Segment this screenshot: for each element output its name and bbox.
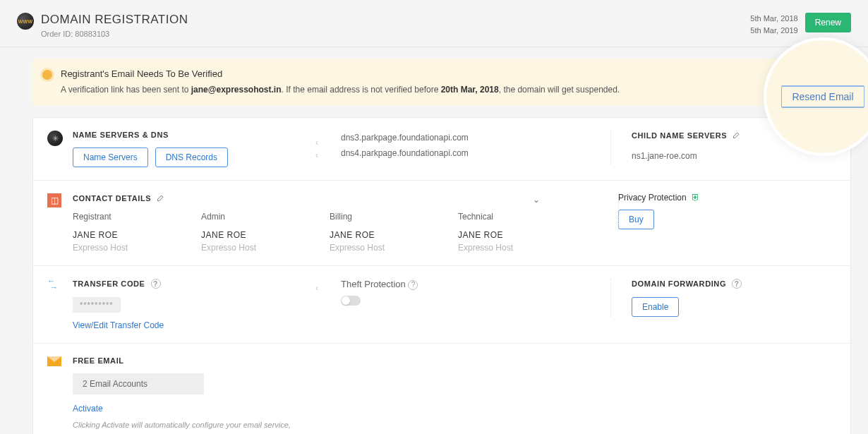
alert-deadline: 20th Mar, 2018: [441, 85, 499, 95]
section-contacts: ◫ CONTACT DETAILS ⌄ Registrant JANE ROE …: [33, 181, 850, 266]
ns-right: CHILD NAME SERVERS ns1.jane-roe.com: [610, 131, 836, 164]
section-nameservers: ✳ NAME SERVERS & DNS Name Servers DNS Re…: [33, 118, 850, 181]
caret-icon: ‹: [315, 138, 318, 147]
ns-value-1: dns3.parkpage.foundationapi.com: [341, 131, 610, 146]
section-free-email: FREE EMAIL 2 Email Accounts Activate Cli…: [33, 344, 850, 434]
page-title: DOMAIN REGISTRATION: [41, 13, 188, 27]
free-email-title: FREE EMAIL: [73, 356, 836, 365]
alert-body: A verification link has been sent to jan…: [61, 83, 689, 96]
page-header: WWW DOMAIN REGISTRATION Order ID: 808831…: [0, 13, 868, 47]
child-ns-title: CHILD NAME SERVERS: [632, 131, 836, 140]
mail-icon: [47, 356, 63, 372]
ns-value-2: dns4.parkpage.foundationapi.com: [341, 146, 610, 162]
activate-link[interactable]: Activate: [73, 404, 103, 414]
name-servers-button[interactable]: Name Servers: [73, 147, 148, 167]
transfer-right: DOMAIN FORWARDING ? Enable: [610, 279, 836, 317]
view-edit-transfer-link[interactable]: View/Edit Transfer Code: [73, 320, 164, 330]
page-root: WWW DOMAIN REGISTRATION Order ID: 808831…: [0, 0, 868, 434]
help-icon[interactable]: ?: [151, 279, 161, 289]
alert-body-post: , the domain will get suspended.: [499, 85, 620, 95]
verify-email-alert: Registrant's Email Needs To Be Verified …: [32, 59, 851, 106]
contact-icon: ◫: [47, 193, 63, 209]
order-id-value: 80883103: [75, 30, 109, 38]
edit-icon[interactable]: [733, 131, 741, 140]
resend-email-button[interactable]: Resend Email: [781, 85, 864, 108]
date-end: 5th Mar, 2019: [750, 25, 797, 37]
order-id-label: Order ID:: [41, 30, 73, 38]
child-ns-value: ns1.jane-roe.com: [632, 149, 836, 164]
ns-middle: ‹ ‹ dns3.parkpage.foundationapi.com dns4…: [320, 131, 610, 161]
contact-technical: Technical JANE ROE Expresso Host: [458, 212, 578, 253]
contact-label: Admin: [201, 212, 321, 222]
caret-icon: ‹: [315, 150, 318, 160]
contact-name: JANE ROE: [458, 230, 578, 240]
contact-name: JANE ROE: [201, 230, 321, 240]
enable-button[interactable]: Enable: [632, 297, 679, 317]
child-ns-title-text: CHILD NAME SERVERS: [632, 131, 727, 140]
contact-admin: Admin JANE ROE Expresso Host: [201, 212, 321, 253]
shield-icon: ⛨: [691, 192, 700, 203]
header-dates: 5th Mar, 2018 5th Mar, 2019: [750, 13, 797, 36]
alert-status-icon: [42, 70, 52, 80]
renew-button[interactable]: Renew: [805, 13, 851, 32]
forward-title-text: DOMAIN FORWARDING: [632, 279, 726, 288]
contacts-title-text: CONTACT DETAILS: [73, 194, 151, 203]
theft-toggle[interactable]: [341, 296, 361, 306]
contact-registrant: Registrant JANE ROE Expresso Host: [73, 212, 193, 253]
ns-title: NAME SERVERS & DNS: [73, 131, 320, 139]
help-icon[interactable]: ?: [408, 280, 418, 290]
privacy-box: Privacy Protection ⛨ Buy: [618, 192, 830, 229]
email-accounts-chip: 2 Email Accounts: [73, 373, 204, 394]
fade-mask: [73, 251, 554, 265]
alert-body-mid: . If the email address is not verified b…: [282, 85, 441, 95]
contact-label: Registrant: [73, 212, 193, 222]
theft-title: Theft Protection ?: [341, 279, 610, 290]
order-id-line: Order ID: 80883103: [41, 30, 188, 38]
alert-title: Registrant's Email Needs To Be Verified: [61, 68, 689, 79]
transfer-middle: ‹ Theft Protection ?: [320, 279, 610, 308]
header-titles: DOMAIN REGISTRATION Order ID: 80883103: [41, 13, 188, 38]
transfer-title-text: TRANSFER CODE: [73, 279, 145, 288]
forward-title: DOMAIN FORWARDING ?: [632, 279, 836, 289]
www-icon: WWW: [17, 13, 34, 30]
privacy-title: Privacy Protection ⛨: [618, 192, 830, 203]
date-start: 5th Mar, 2018: [750, 13, 797, 25]
transfer-left: TRANSFER CODE ? ********* View/Edit Tran…: [73, 279, 320, 330]
transfer-code-masked: *********: [73, 297, 121, 313]
dns-records-button[interactable]: DNS Records: [155, 147, 228, 167]
section-transfer: TRANSFER CODE ? ********* View/Edit Tran…: [33, 266, 850, 344]
caret-icon: ‹: [315, 283, 318, 293]
edit-icon[interactable]: [157, 193, 165, 203]
contact-name: JANE ROE: [73, 230, 193, 240]
privacy-title-text: Privacy Protection: [618, 193, 687, 203]
alert-body-pre: A verification link has been sent to: [61, 85, 191, 95]
transfer-icon: [47, 279, 63, 294]
contact-billing: Billing JANE ROE Expresso Host: [330, 212, 450, 253]
contact-label: Billing: [330, 212, 450, 222]
activate-note: Clicking Activate will automatically con…: [73, 419, 313, 434]
contact-label: Technical: [458, 212, 578, 222]
chevron-down-icon[interactable]: ⌄: [533, 195, 540, 205]
contact-name: JANE ROE: [330, 230, 450, 240]
help-icon[interactable]: ?: [732, 279, 742, 289]
transfer-title: TRANSFER CODE ?: [73, 279, 320, 289]
main-card: ✳ NAME SERVERS & DNS Name Servers DNS Re…: [32, 117, 851, 434]
header-icon-col: WWW: [17, 13, 41, 30]
ns-left: NAME SERVERS & DNS Name Servers DNS Reco…: [73, 131, 320, 167]
globe-icon: ✳: [47, 131, 63, 146]
theft-title-text: Theft Protection: [341, 279, 406, 289]
buy-button[interactable]: Buy: [618, 210, 654, 229]
alert-email: jane@expressohost.in: [191, 85, 282, 95]
